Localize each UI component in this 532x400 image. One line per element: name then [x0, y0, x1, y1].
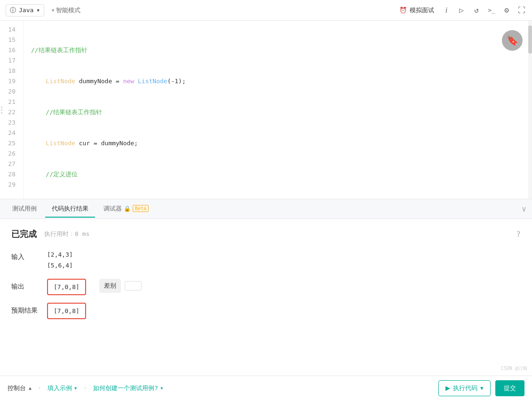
help-icon[interactable]: ? — [516, 230, 521, 239]
bottom-left: 控制台 ▲ · 填入示例 ▾ · 如何创建一个测试用例? ▾ — [8, 384, 433, 392]
play-icon[interactable]: ▷ — [457, 6, 466, 15]
beta-badge: Beta — [133, 205, 149, 212]
bookmark-icon: 🔖 — [507, 35, 518, 46]
submit-button[interactable]: 提交 — [495, 380, 524, 396]
mode-tab[interactable]: 智能模式 — [52, 6, 80, 15]
console-label: 控制台 — [8, 384, 26, 392]
tab-test-case[interactable]: 测试用例 — [6, 201, 43, 218]
chevron-down-icon: ▾ — [36, 7, 40, 14]
diff-toggle[interactable] — [125, 281, 142, 290]
bottom-bar: 控制台 ▲ · 填入示例 ▾ · 如何创建一个测试用例? ▾ ▶ 执行代码 ▾ … — [0, 376, 532, 400]
top-toolbar: ⓘ Java ▾ 智能模式 ⏰ 模拟面试 i ▷ ↺ >_ ⚙ ⛶ — [0, 0, 532, 21]
bottom-right: ▶ 执行代码 ▾ 提交 — [438, 380, 524, 396]
output-value-box: [7,0,8] — [47, 279, 86, 295]
collapse-tabs-button[interactable]: ∨ — [522, 204, 526, 213]
diff-label[interactable]: 差别 — [99, 279, 121, 293]
output-label: 输出 — [11, 279, 40, 291]
toolbar-left: ⓘ Java ▾ 智能模式 — [6, 4, 80, 16]
fullscreen-icon[interactable]: ⛶ — [517, 6, 526, 15]
expected-value: [7,0,8] — [54, 307, 79, 314]
lock-icon: 🔒 — [124, 205, 131, 212]
result-time: 执行用时：0 ms — [44, 230, 89, 238]
input-value-2: [5,6,4] — [47, 260, 521, 271]
how-to-label: 如何创建一个测试用例? — [93, 384, 158, 392]
tab-code-result[interactable]: 代码执行结果 — [45, 201, 95, 218]
run-label: 执行代码 — [453, 384, 477, 392]
how-to-button[interactable]: 如何创建一个测试用例? ▾ — [93, 384, 164, 392]
how-to-arrow: ▾ — [160, 384, 164, 392]
input-values: [2,4,3] [5,6,4] — [47, 249, 521, 271]
run-code-button[interactable]: ▶ 执行代码 ▾ — [438, 380, 491, 396]
fill-example-arrow: ▾ — [74, 384, 78, 392]
results-section: 已完成 执行用时：0 ms ? 输入 [2,4,3] [5,6,4] 输出 [7… — [0, 219, 532, 400]
vertical-scrollbar[interactable] — [528, 21, 532, 199]
output-row: 输出 [7,0,8] 差别 — [11, 279, 521, 295]
result-status: 已完成 — [11, 228, 37, 240]
run-play-icon: ▶ — [445, 384, 450, 392]
console-button[interactable]: 控制台 ▲ — [8, 384, 32, 392]
settings-icon[interactable]: ⚙ — [502, 6, 511, 15]
separator-1: · — [37, 384, 42, 392]
run-arrow-icon: ▾ — [480, 384, 484, 392]
expected-value-box: [7,0,8] — [47, 303, 86, 319]
code-lines[interactable]: //结果链表工作指针 ListNode dummyNode = new List… — [24, 21, 528, 199]
tab-debugger[interactable]: 调试器 🔒 Beta — [97, 201, 155, 218]
language-label: Java — [19, 7, 33, 14]
watermark: CSDN @订阅 — [501, 365, 527, 372]
expected-label: 预期结果 — [11, 303, 40, 315]
main-content: 14 15 16 17 18 19 20 21 22 23 24 25 26 2… — [0, 21, 532, 400]
input-row: 输入 [2,4,3] [5,6,4] — [11, 249, 521, 271]
mock-label: 模拟面试 — [410, 6, 434, 15]
fill-example-button[interactable]: 填入示例 ▾ — [48, 384, 78, 392]
line-numbers: 14 15 16 17 18 19 20 21 22 23 24 25 26 2… — [0, 21, 24, 199]
mock-interview-button[interactable]: ⏰ 模拟面试 — [399, 6, 434, 15]
terminal-icon[interactable]: >_ — [487, 6, 496, 15]
scrollbar-thumb[interactable] — [528, 25, 532, 54]
italic-icon[interactable]: i — [442, 6, 451, 15]
separator-2: · — [83, 384, 88, 392]
toolbar-icons: i ▷ ↺ >_ ⚙ ⛶ — [442, 6, 526, 15]
console-arrow-icon: ▲ — [29, 385, 32, 391]
fill-example-label: 填入示例 — [48, 384, 72, 392]
info-icon: ⓘ — [10, 6, 16, 15]
expected-row: 预期结果 [7,0,8] — [11, 303, 521, 319]
toolbar-right: ⏰ 模拟面试 i ▷ ↺ >_ ⚙ ⛶ — [399, 6, 526, 15]
code-editor: 14 15 16 17 18 19 20 21 22 23 24 25 26 2… — [0, 21, 532, 199]
input-label: 输入 — [11, 249, 40, 261]
bookmark-button[interactable]: 🔖 — [502, 30, 523, 51]
input-value-1: [2,4,3] — [47, 249, 521, 260]
mode-label: 智能模式 — [56, 6, 80, 15]
alarm-icon: ⏰ — [399, 7, 407, 14]
language-selector[interactable]: ⓘ Java ▾ — [6, 4, 44, 16]
reset-icon[interactable]: ↺ — [472, 6, 481, 15]
submit-label: 提交 — [504, 384, 516, 392]
result-header: 已完成 执行用时：0 ms ? — [11, 228, 521, 240]
output-value: [7,0,8] — [54, 283, 79, 290]
diff-button-group: 差别 — [99, 279, 142, 293]
tabs-bar: 测试用例 代码执行结果 调试器 🔒 Beta ∨ — [0, 199, 532, 219]
